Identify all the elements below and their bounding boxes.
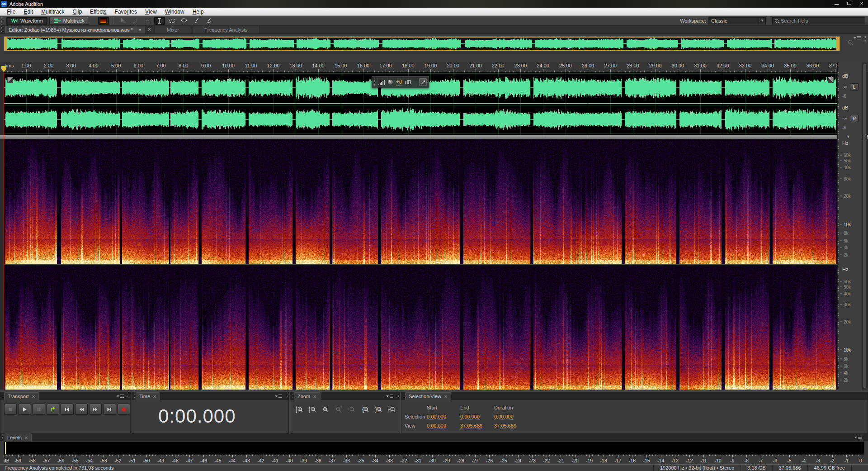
panel-grip[interactable] xyxy=(127,393,129,399)
zoom-out-amplitude-button[interactable] xyxy=(307,404,319,414)
waveform-lane-right[interactable] xyxy=(4,104,837,135)
vertical-scrollbar[interactable] xyxy=(862,63,867,389)
scrollbar-thumb[interactable] xyxy=(863,64,866,388)
tabrow-grip[interactable] xyxy=(1,27,4,33)
multitrack-view-button[interactable]: Multitrack xyxy=(49,17,89,25)
zoom-in-time-button[interactable] xyxy=(320,404,332,414)
toolbar-grip[interactable] xyxy=(1,17,4,24)
zoom-out-full-button[interactable] xyxy=(346,404,358,414)
fade-out-handle[interactable] xyxy=(828,77,834,83)
gain-knob-icon[interactable] xyxy=(387,79,393,85)
search-help-input[interactable]: Search Help xyxy=(772,17,865,24)
rewind-button[interactable] xyxy=(75,404,88,415)
close-icon[interactable]: ✕ xyxy=(32,394,35,399)
view-start-value[interactable]: 0:00.000 xyxy=(427,423,446,429)
paintbrush-tool[interactable] xyxy=(191,17,202,25)
view-duration-value[interactable]: 37:05.686 xyxy=(494,423,516,429)
minimize-button[interactable] xyxy=(830,0,843,7)
hud-grip[interactable] xyxy=(374,78,376,86)
panel-grip[interactable] xyxy=(396,393,399,399)
lasso-selection-tool[interactable] xyxy=(179,17,189,25)
spot-healing-brush-tool[interactable] xyxy=(203,17,214,25)
selection-grip[interactable] xyxy=(403,394,406,398)
zoom-out-time-button[interactable] xyxy=(333,404,345,414)
move-to-next-button[interactable] xyxy=(103,404,116,415)
tab-time[interactable]: Time✕ xyxy=(136,392,160,400)
fade-in-handle[interactable] xyxy=(7,77,13,83)
menu-edit[interactable]: Edit xyxy=(19,8,37,15)
waveform-canvas-right[interactable] xyxy=(4,104,837,135)
spectral-lane-right[interactable] xyxy=(4,266,837,390)
pause-button[interactable] xyxy=(33,404,45,415)
slip-tool[interactable] xyxy=(142,17,153,25)
spectrogram-canvas-left[interactable] xyxy=(4,139,837,264)
menu-file[interactable]: File xyxy=(3,8,19,15)
close-button[interactable]: ✕ xyxy=(855,0,868,7)
wave-spectral-splitter[interactable] xyxy=(0,135,868,139)
tab-selection-view[interactable]: Selection/View✕ xyxy=(405,392,451,400)
levels-panel-menu-icon[interactable] xyxy=(854,435,862,439)
workspace-dropdown[interactable]: Classic ▼ xyxy=(708,17,766,24)
zoom-panel-menu-icon[interactable] xyxy=(386,394,393,398)
fast-forward-button[interactable] xyxy=(89,404,102,415)
time-grip[interactable] xyxy=(134,394,137,398)
timeline-ruler[interactable]: hms 1:002:003:004:005:006:007:008:009:00… xyxy=(0,62,868,72)
scale-collapse-arrow-icon[interactable]: ▼ xyxy=(846,134,850,139)
menu-effects[interactable]: Effects xyxy=(86,8,110,15)
menu-clip[interactable]: Clip xyxy=(68,8,86,15)
time-selection-tool[interactable] xyxy=(154,17,165,25)
editor-panel-menu-icon[interactable] xyxy=(854,36,861,40)
tab-zoom[interactable]: Zoom✕ xyxy=(294,392,321,400)
tab-levels[interactable]: Levels✕ xyxy=(4,433,32,441)
menu-window[interactable]: Window xyxy=(161,8,189,15)
stop-button[interactable] xyxy=(4,404,17,415)
hud-pin-button[interactable] xyxy=(419,78,427,86)
hybrid-tool[interactable] xyxy=(118,17,128,25)
tab-frequency-analysis[interactable]: Frequency Analysis xyxy=(192,26,259,33)
transport-grip[interactable] xyxy=(2,394,5,398)
level-meter[interactable] xyxy=(4,442,864,455)
menu-multitrack[interactable]: Multitrack xyxy=(37,8,68,15)
time-panel-menu-icon[interactable] xyxy=(275,394,282,398)
overview-strip[interactable] xyxy=(4,36,840,51)
zoom-to-selection-button[interactable] xyxy=(385,404,397,414)
waveform-view-button[interactable]: Waveform xyxy=(6,17,47,25)
frequency-scale-right[interactable]: Hz 60k50k40k30k20k10k8k6k4k2k xyxy=(837,266,862,390)
gain-value[interactable]: +0 xyxy=(396,79,402,86)
amplitude-scale-left[interactable]: dB -∞ -6 L xyxy=(837,72,862,103)
playhead-line[interactable] xyxy=(4,72,4,390)
amplitude-scale-right[interactable]: dB -∞ -6 R xyxy=(837,104,862,135)
move-to-previous-button[interactable] xyxy=(61,404,73,415)
menu-favorites[interactable]: Favorites xyxy=(111,8,141,15)
selection-duration-value[interactable]: 0:00.000 xyxy=(494,414,514,420)
channel-button-right[interactable]: R xyxy=(850,115,859,122)
spectrogram-canvas-right[interactable] xyxy=(4,266,837,390)
zoom-in-at-out-point-button[interactable]: } xyxy=(372,404,384,414)
zoom-in-at-in-point-button[interactable]: { xyxy=(359,404,371,414)
tab-editor[interactable]: Editor: Zodiac (=1985=) Музыка из кинофи… xyxy=(5,26,145,33)
levels-grip[interactable] xyxy=(2,435,5,439)
frequency-scale-left[interactable]: Hz 60k50k40k30k20k10k8k6k4k2k xyxy=(837,139,862,264)
marquee-selection-tool[interactable] xyxy=(166,17,177,25)
zoom-in-amplitude-button[interactable] xyxy=(293,404,306,414)
close-icon[interactable]: ✕ xyxy=(313,394,316,399)
editor-tab-close-icon[interactable]: ✕ xyxy=(145,26,154,33)
volume-hud[interactable]: +0 dB xyxy=(372,76,429,88)
menu-view[interactable]: View xyxy=(141,8,161,15)
spectral-display-toggle[interactable] xyxy=(98,17,109,25)
razor-tool[interactable] xyxy=(130,17,141,25)
selection-end-value[interactable]: 0:00.000 xyxy=(460,414,480,420)
close-icon[interactable]: ✕ xyxy=(444,394,448,399)
close-icon[interactable]: ✕ xyxy=(153,394,156,399)
file-switcher-chevron-icon[interactable]: ▼ xyxy=(136,26,142,33)
tab-transport[interactable]: Transport✕ xyxy=(4,392,39,400)
view-end-value[interactable]: 37:05.686 xyxy=(460,423,482,429)
selection-start-value[interactable]: 0:00.000 xyxy=(427,414,446,420)
tab-mixer[interactable]: Mixer xyxy=(155,26,191,33)
spectral-lane-left[interactable] xyxy=(4,139,837,264)
zoom-grip[interactable] xyxy=(292,394,295,398)
loop-playback-button[interactable] xyxy=(47,404,59,415)
channel-button-left[interactable]: L xyxy=(850,83,859,90)
menu-help[interactable]: Help xyxy=(189,8,208,15)
volume-fader-icon[interactable] xyxy=(378,80,385,85)
